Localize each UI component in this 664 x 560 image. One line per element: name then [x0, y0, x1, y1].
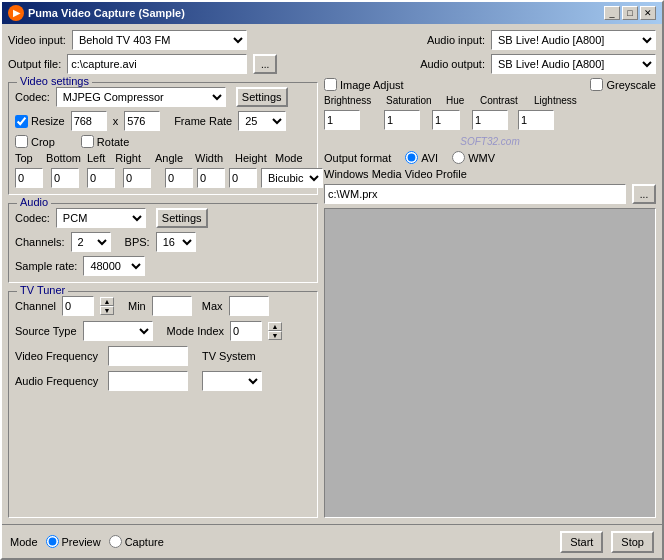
- maximize-button[interactable]: □: [622, 6, 638, 20]
- audio-channels-row: Channels: 2 BPS: 16: [15, 232, 311, 252]
- mode-index-input[interactable]: [230, 321, 262, 341]
- frame-rate-select[interactable]: 25: [238, 111, 286, 131]
- contrast-input[interactable]: [472, 110, 508, 130]
- video-input-select[interactable]: Behold TV 403 FM: [72, 30, 247, 50]
- minimize-button[interactable]: _: [604, 6, 620, 20]
- min-label: Min: [128, 300, 146, 312]
- contrast-label: Contrast: [480, 95, 528, 106]
- audio-freq-row: Audio Frequency: [15, 371, 311, 391]
- sample-rate-row: Sample rate: 48000: [15, 256, 311, 276]
- wmv-label: WMV: [468, 152, 495, 164]
- output-browse-button[interactable]: ...: [253, 54, 277, 74]
- min-input[interactable]: [152, 296, 192, 316]
- audio-settings-button[interactable]: Settings: [156, 208, 208, 228]
- channel-spinner: ▲ ▼: [100, 297, 114, 315]
- bps-select[interactable]: 16: [156, 232, 196, 252]
- height-label: Height: [235, 152, 271, 164]
- audio-group-label: Audio: [17, 196, 51, 208]
- right-input[interactable]: [123, 168, 151, 188]
- left-panel: Video settings Codec: MJPEG Compressor S…: [8, 78, 318, 518]
- capture-label: Capture: [125, 536, 164, 548]
- resize-row: Resize x Frame Rate 25: [15, 111, 311, 131]
- hue-label: Hue: [446, 95, 474, 106]
- audio-codec-row: Codec: PCM Settings: [15, 208, 311, 228]
- crop-label: Crop: [31, 136, 55, 148]
- wmv-radio[interactable]: [452, 151, 465, 164]
- saturation-input[interactable]: [384, 110, 420, 130]
- hue-input[interactable]: [432, 110, 460, 130]
- main-area: Video settings Codec: MJPEG Compressor S…: [8, 78, 656, 518]
- audio-input-select[interactable]: SB Live! Audio [A800]: [491, 30, 656, 50]
- tv-tuner-label: TV Tuner: [17, 284, 68, 296]
- crop-row: Crop Rotate: [15, 135, 311, 148]
- avi-radio[interactable]: [405, 151, 418, 164]
- audio-output-select[interactable]: SB Live! Audio [A800]: [491, 54, 656, 74]
- top-label: Top: [15, 152, 38, 164]
- titlebar-title: ▶ Puma Video Capture (Sample): [8, 5, 185, 21]
- width-input[interactable]: [197, 168, 225, 188]
- image-adjust-label: Image Adjust: [340, 79, 404, 91]
- resize-width-input[interactable]: [71, 111, 107, 131]
- video-settings-inner: Codec: MJPEG Compressor Settings Resize: [15, 87, 311, 188]
- codec-select[interactable]: MJPEG Compressor: [56, 87, 226, 107]
- sample-rate-label: Sample rate:: [15, 260, 77, 272]
- bps-label: BPS:: [125, 236, 150, 248]
- audio-codec-select[interactable]: PCM: [56, 208, 146, 228]
- wm-profile-input[interactable]: [324, 184, 626, 204]
- greyscale-checkbox[interactable]: [590, 78, 603, 91]
- max-input[interactable]: [229, 296, 269, 316]
- resize-height-input[interactable]: [124, 111, 160, 131]
- adjustment-labels-row: Brightness Saturation Hue Contrast Light…: [324, 95, 656, 106]
- preview-radio-wrap: Preview: [46, 535, 101, 548]
- avi-label: AVI: [421, 152, 438, 164]
- top-input[interactable]: [15, 168, 43, 188]
- right-label: Right: [115, 152, 141, 164]
- channel-up-button[interactable]: ▲: [100, 297, 114, 306]
- video-settings-button[interactable]: Settings: [236, 87, 288, 107]
- source-type-select[interactable]: [83, 321, 153, 341]
- sample-rate-select[interactable]: 48000: [83, 256, 145, 276]
- channel-row: Channel ▲ ▼ Min Max: [15, 296, 311, 316]
- content-area: Video input: Behold TV 403 FM Audio inpu…: [2, 24, 662, 524]
- crop-checkbox[interactable]: [15, 135, 28, 148]
- image-adjust-checkbox[interactable]: [324, 78, 337, 91]
- tv-system-select[interactable]: [202, 371, 262, 391]
- image-adjust-wrap: Image Adjust: [324, 78, 404, 91]
- output-file-input[interactable]: [67, 54, 247, 74]
- wm-profile-input-row: ...: [324, 184, 656, 204]
- audio-freq-input[interactable]: [108, 371, 188, 391]
- mode-index-down-button[interactable]: ▼: [268, 331, 282, 340]
- stop-button[interactable]: Stop: [611, 531, 654, 553]
- preview-area: [324, 208, 656, 518]
- wm-profile-label: Windows Media Video Profile: [324, 168, 467, 180]
- preview-radio[interactable]: [46, 535, 59, 548]
- capture-radio[interactable]: [109, 535, 122, 548]
- rotate-checkbox[interactable]: [81, 135, 94, 148]
- left-label: Left: [87, 152, 105, 164]
- bottom-input[interactable]: [51, 168, 79, 188]
- close-button[interactable]: ✕: [640, 6, 656, 20]
- lightness-input[interactable]: [518, 110, 554, 130]
- app-icon: ▶: [8, 5, 24, 21]
- channel-input[interactable]: [62, 296, 94, 316]
- video-input-label: Video input:: [8, 34, 66, 46]
- start-button[interactable]: Start: [560, 531, 603, 553]
- mode-index-up-button[interactable]: ▲: [268, 322, 282, 331]
- lightness-label: Lightness: [534, 95, 584, 106]
- channels-select[interactable]: 2: [71, 232, 111, 252]
- audio-freq-label: Audio Frequency: [15, 375, 98, 387]
- video-freq-input[interactable]: [108, 346, 188, 366]
- angle-input[interactable]: [165, 168, 193, 188]
- mode-select[interactable]: Bicubic: [261, 168, 323, 188]
- left-input[interactable]: [87, 168, 115, 188]
- brightness-input[interactable]: [324, 110, 360, 130]
- audio-input-label: Audio input:: [427, 34, 485, 46]
- height-input[interactable]: [229, 168, 257, 188]
- avi-radio-wrap: AVI: [405, 151, 438, 164]
- crop-values-row: Bicubic: [15, 168, 311, 188]
- resize-checkbox[interactable]: [15, 115, 28, 128]
- channel-down-button[interactable]: ▼: [100, 306, 114, 315]
- audio-codec-label: Codec:: [15, 212, 50, 224]
- status-bar: Mode Preview Capture Start Stop: [2, 524, 662, 558]
- wm-profile-browse-button[interactable]: ...: [632, 184, 656, 204]
